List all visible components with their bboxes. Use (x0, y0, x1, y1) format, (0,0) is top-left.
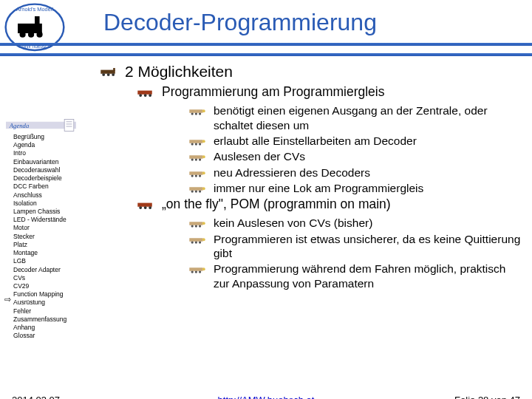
bullet-l3: Auslesen der CVs (188, 149, 525, 163)
svg-rect-51 (189, 238, 202, 242)
agenda-item: Motor (13, 224, 93, 232)
svg-rect-13 (137, 90, 151, 94)
bullet-l3: benötigt einen eigenen Ausgang an der Ze… (188, 103, 525, 132)
svg-point-26 (202, 140, 205, 143)
svg-rect-63 (64, 120, 74, 132)
train-bullet-icon (188, 265, 208, 274)
svg-rect-32 (189, 171, 202, 175)
divider (0, 43, 532, 46)
train-bullet-icon (188, 169, 208, 178)
svg-point-60 (202, 268, 205, 271)
bullet-l3: immer nur eine Lok am Programmiergleis (188, 181, 525, 195)
svg-point-54 (199, 241, 201, 243)
train-bullet-icon (188, 236, 208, 245)
svg-point-20 (199, 112, 201, 115)
agenda-item: Anhang (13, 324, 93, 332)
bullet-l3: kein Auslesen von CVs (bisher) (188, 216, 525, 230)
svg-point-39 (195, 190, 197, 192)
svg-point-48 (195, 225, 197, 228)
bullet-text: Auslesen der CVs (214, 150, 305, 163)
train-bullet-icon (100, 68, 119, 77)
bullet-text: immer nur eine Lok am Programmiergleis (214, 182, 423, 194)
agenda-item: LED - Widerstände (13, 216, 93, 224)
svg-point-57 (191, 271, 194, 273)
svg-rect-5 (35, 16, 40, 24)
bullet-l3: erlaubt alle Einstellarbeiten am Decoder (188, 134, 525, 148)
svg-point-53 (195, 241, 197, 243)
bullet-text: 2 Möglichkeiten (125, 63, 233, 80)
svg-point-9 (102, 74, 105, 77)
train-bullet-icon (188, 219, 208, 228)
svg-rect-42 (137, 202, 151, 206)
svg-point-2 (19, 32, 25, 38)
train-bullet-icon (188, 185, 208, 194)
bullet-l2: „on the fly", POM (programmin on main) (137, 197, 525, 213)
divider (0, 53, 532, 56)
svg-point-33 (191, 174, 194, 177)
svg-point-59 (199, 271, 201, 273)
svg-point-10 (107, 74, 110, 77)
bullet-l3: neu Adressieren des Decoders (188, 166, 525, 180)
svg-point-47 (191, 225, 194, 228)
svg-point-18 (191, 112, 194, 115)
svg-rect-37 (189, 187, 202, 191)
svg-point-36 (202, 171, 205, 174)
svg-point-43 (139, 206, 142, 209)
svg-point-30 (199, 159, 201, 161)
svg-point-21 (202, 109, 205, 112)
agenda-item: Anschluss (13, 191, 93, 200)
svg-rect-12 (113, 68, 115, 71)
bullet-text: benötigt einen eigenen Ausgang an der Ze… (214, 104, 488, 131)
agenda-item: Glossar (13, 332, 93, 340)
agenda-item: Agenda (13, 141, 93, 149)
svg-point-23 (191, 143, 194, 145)
agenda-item: Function Mapping (13, 290, 93, 299)
svg-point-55 (202, 238, 205, 241)
svg-rect-22 (189, 140, 202, 143)
bullet-text: erlaubt alle Einstellarbeiten am Decoder (214, 134, 417, 147)
agenda-list: BegrüßungAgendaIntroEinbauvariantenDecod… (13, 133, 93, 340)
agenda-item: DCC Farben (13, 183, 93, 191)
svg-point-15 (144, 94, 147, 97)
agenda-item: Ausrüstung (13, 299, 93, 307)
svg-point-49 (199, 225, 201, 228)
train-bullet-icon (188, 107, 208, 116)
agenda-item: Stecker (13, 233, 93, 241)
agenda-item: Decoderbeispiele (13, 174, 93, 183)
svg-text:Arnold's Modell: Arnold's Modell (16, 6, 53, 13)
svg-point-14 (139, 94, 142, 97)
bullet-text: „on the fly", POM (programmin on main) (162, 197, 391, 211)
train-bullet-icon (137, 89, 156, 98)
svg-point-40 (199, 190, 201, 192)
svg-point-29 (195, 159, 197, 161)
footer-url[interactable]: http://AMW.huebsch.at (0, 395, 532, 399)
svg-point-31 (202, 155, 205, 158)
agenda-item: Begrüßung (13, 133, 93, 141)
svg-rect-56 (189, 268, 202, 272)
slide-title: Decoder-Programmierung (103, 9, 377, 36)
arrow-icon: ⇨ (4, 295, 11, 304)
bullet-text: kein Auslesen von CVs (bisher) (214, 216, 372, 229)
svg-point-28 (191, 159, 194, 161)
agenda-item: CVs (13, 274, 93, 282)
svg-point-16 (149, 94, 151, 97)
svg-point-24 (195, 143, 197, 145)
train-bullet-icon (188, 137, 208, 146)
svg-text:Agenda: Agenda (9, 122, 30, 129)
agenda-item: Zusammenfassung (13, 316, 93, 324)
bullet-text: Programmierung während dem Fahren möglic… (214, 262, 505, 289)
svg-point-45 (149, 206, 151, 209)
svg-point-35 (199, 174, 201, 177)
svg-point-41 (202, 187, 205, 190)
svg-rect-27 (189, 155, 202, 159)
agenda-item: Montage (13, 249, 93, 257)
svg-rect-17 (189, 109, 202, 113)
svg-point-38 (191, 190, 194, 192)
svg-point-19 (195, 112, 197, 115)
bullet-l3: Programmierung während dem Fahren möglic… (188, 262, 525, 290)
svg-point-34 (195, 174, 197, 177)
svg-point-4 (36, 32, 42, 38)
svg-point-50 (202, 222, 205, 225)
svg-point-11 (112, 74, 115, 77)
agenda-item: Einbauvarianten (13, 158, 93, 166)
